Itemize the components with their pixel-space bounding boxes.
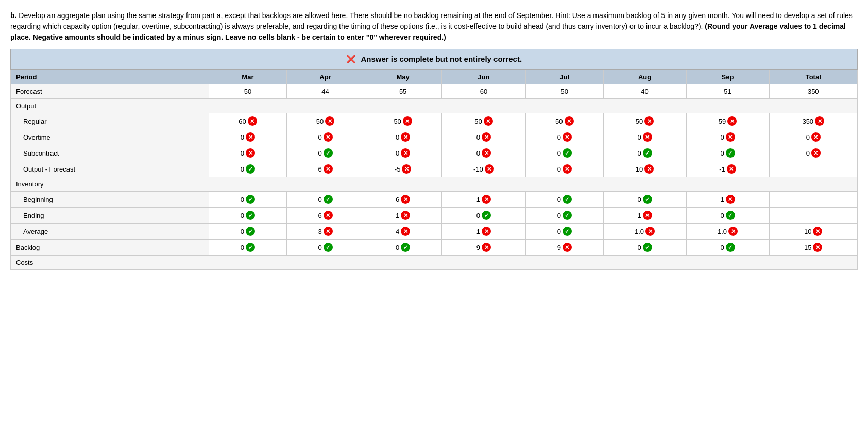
overtime-jul[interactable]: 0✕ (525, 129, 603, 145)
check-icon: ✓ (246, 211, 255, 220)
forecast-jul[interactable]: 50 (525, 84, 603, 99)
costs-section-label: Costs (11, 256, 858, 270)
beginning-mar[interactable]: 0✓ (209, 192, 287, 208)
ending-total (769, 208, 857, 224)
beginning-aug[interactable]: 0✓ (603, 192, 686, 208)
backlog-mar[interactable]: 0✓ (209, 240, 287, 256)
x-icon: ✕ (482, 243, 491, 252)
overtime-jun[interactable]: 0✕ (441, 129, 525, 145)
forecast-apr[interactable]: 44 (286, 84, 364, 99)
ending-jun[interactable]: 0✓ (441, 208, 525, 224)
regular-may[interactable]: 50✕ (364, 113, 442, 129)
forecast-sep[interactable]: 51 (686, 84, 769, 99)
backlog-jun[interactable]: 9✕ (441, 240, 525, 256)
forecast-aug[interactable]: 40 (603, 84, 686, 99)
subcontract-jun[interactable]: 0✕ (441, 145, 525, 161)
x-icon: ✕ (324, 211, 333, 220)
table-header-row: Period Mar Apr May Jun Jul Aug Sep Total (11, 70, 858, 84)
regular-aug[interactable]: 50✕ (603, 113, 686, 129)
x-icon: ✕ (563, 164, 572, 174)
mar-header: Mar (209, 70, 287, 84)
overtime-total[interactable]: 0✕ (769, 129, 857, 145)
check-icon: ✓ (563, 148, 572, 158)
x-icon: ✕ (813, 243, 822, 252)
ending-sep[interactable]: 0✓ (686, 208, 769, 224)
ending-may[interactable]: 1✕ (364, 208, 442, 224)
output-forecast-may[interactable]: -5✕ (364, 161, 442, 177)
x-icon: ✕ (643, 132, 652, 142)
x-icon: ✕ (727, 164, 736, 174)
average-total[interactable]: 10✕ (769, 224, 857, 240)
regular-mar[interactable]: 60✕ (209, 113, 287, 129)
average-jun[interactable]: 1✕ (441, 224, 525, 240)
average-sep[interactable]: 1.0✕ (686, 224, 769, 240)
check-icon: ✓ (643, 148, 652, 158)
average-label: Average (11, 224, 209, 240)
ending-jul[interactable]: 0✓ (525, 208, 603, 224)
ending-mar[interactable]: 0✓ (209, 208, 287, 224)
check-icon: ✓ (246, 227, 255, 236)
x-icon: ✕ (401, 132, 410, 142)
output-forecast-sep[interactable]: -1✕ (686, 161, 769, 177)
subcontract-aug[interactable]: 0✓ (603, 145, 686, 161)
regular-jul[interactable]: 50✕ (525, 113, 603, 129)
backlog-apr[interactable]: 0✓ (286, 240, 364, 256)
beginning-sep[interactable]: 1✕ (686, 192, 769, 208)
x-icon: ✕ (482, 132, 491, 142)
overtime-apr[interactable]: 0✕ (286, 129, 364, 145)
average-apr[interactable]: 3✕ (286, 224, 364, 240)
backlog-may[interactable]: 0✓ (364, 240, 442, 256)
subcontract-mar[interactable]: 0✕ (209, 145, 287, 161)
x-icon: ✕ (644, 116, 654, 126)
forecast-label: Forecast (11, 84, 209, 99)
output-header-row: Output (11, 99, 858, 113)
output-forecast-jun[interactable]: -10✕ (441, 161, 525, 177)
backlog-aug[interactable]: 0✓ (603, 240, 686, 256)
beginning-apr[interactable]: 0✓ (286, 192, 364, 208)
x-icon: ✕ (482, 148, 491, 158)
forecast-mar[interactable]: 50 (209, 84, 287, 99)
beginning-may[interactable]: 6✕ (364, 192, 442, 208)
overtime-mar[interactable]: 0✕ (209, 129, 287, 145)
subcontract-label: Subcontract (11, 145, 209, 161)
x-icon: ✕ (643, 211, 652, 220)
backlog-jul[interactable]: 9✕ (525, 240, 603, 256)
regular-jun[interactable]: 50✕ (441, 113, 525, 129)
output-forecast-apr[interactable]: 6✕ (286, 161, 364, 177)
forecast-may[interactable]: 55 (364, 84, 442, 99)
average-may[interactable]: 4✕ (364, 224, 442, 240)
subcontract-apr[interactable]: 0✓ (286, 145, 364, 161)
backlog-total[interactable]: 15✕ (769, 240, 857, 256)
x-icon: ✕ (563, 243, 572, 252)
ending-apr[interactable]: 6✕ (286, 208, 364, 224)
backlog-row: Backlog 0✓ 0✓ 0✓ 9✕ 9✕ 0✓ 0✓ 15✕ (11, 240, 858, 256)
beginning-jun[interactable]: 1✕ (441, 192, 525, 208)
regular-label: Regular (11, 113, 209, 129)
subcontract-may[interactable]: 0✕ (364, 145, 442, 161)
check-icon: ✓ (401, 243, 410, 252)
total-header: Total (769, 70, 857, 84)
regular-apr[interactable]: 50✕ (286, 113, 364, 129)
average-jul[interactable]: 0✓ (525, 224, 603, 240)
average-aug[interactable]: 1.0✕ (603, 224, 686, 240)
subcontract-jul[interactable]: 0✓ (525, 145, 603, 161)
beginning-jul[interactable]: 0✓ (525, 192, 603, 208)
output-forecast-mar[interactable]: 0✓ (209, 161, 287, 177)
output-forecast-aug[interactable]: 10✕ (603, 161, 686, 177)
regular-sep[interactable]: 59✕ (686, 113, 769, 129)
overtime-aug[interactable]: 0✕ (603, 129, 686, 145)
x-icon: ✕ (563, 132, 572, 142)
regular-total[interactable]: 350✕ (769, 113, 857, 129)
backlog-sep[interactable]: 0✓ (686, 240, 769, 256)
forecast-total[interactable]: 350 (769, 84, 857, 99)
ending-aug[interactable]: 1✕ (603, 208, 686, 224)
x-icon: ✕ (246, 132, 255, 142)
subcontract-total[interactable]: 0✕ (769, 145, 857, 161)
forecast-jun[interactable]: 60 (441, 84, 525, 99)
x-icon: ✕ (324, 132, 333, 142)
overtime-sep[interactable]: 0✕ (686, 129, 769, 145)
output-forecast-jul[interactable]: 0✕ (525, 161, 603, 177)
subcontract-sep[interactable]: 0✓ (686, 145, 769, 161)
average-mar[interactable]: 0✓ (209, 224, 287, 240)
overtime-may[interactable]: 0✕ (364, 129, 442, 145)
